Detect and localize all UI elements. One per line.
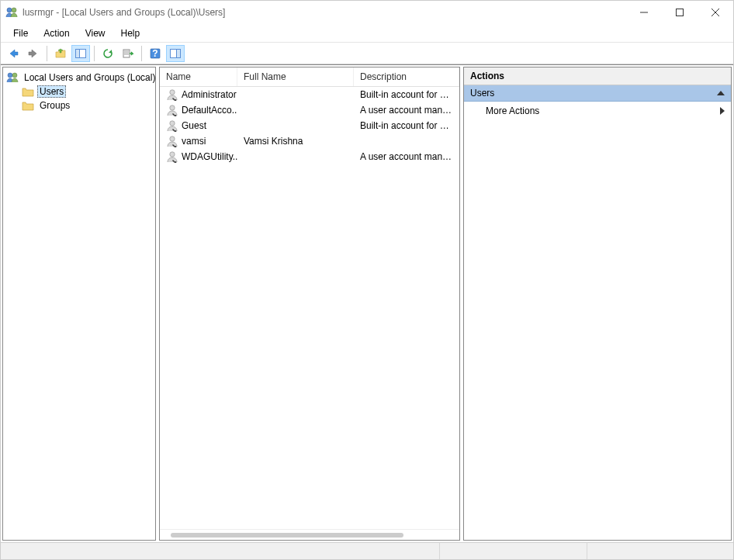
user-icon [166,88,178,101]
user-row[interactable]: WDAGUtility...A user account managed and… [160,149,459,164]
show-hide-action-pane-button[interactable] [166,45,185,62]
actions-section-label: Users [470,88,494,99]
column-header-fullname[interactable]: Full Name [237,67,354,86]
list-body: AdministratorBuilt-in account for admini… [160,87,459,529]
horizontal-scrollbar[interactable] [160,529,459,540]
svg-point-1 [12,8,16,12]
user-description [354,140,459,142]
actions-more-label: More Actions [486,105,539,116]
user-row[interactable]: GuestBuilt-in account for guest access t… [160,118,459,133]
actions-header: Actions [464,67,731,85]
show-hide-tree-button[interactable] [71,45,90,62]
user-name: vamsi [182,136,206,147]
folder-icon [22,86,34,97]
snapin-icon [6,71,19,84]
user-icon [166,104,178,116]
user-icon [166,119,178,132]
menu-view[interactable]: View [78,26,113,41]
user-row[interactable]: AdministratorBuilt-in account for admini… [160,87,459,102]
user-name: Guest [182,120,206,131]
user-name: WDAGUtility... [182,151,237,162]
user-fullname [237,156,354,157]
submenu-arrow-icon [720,107,725,115]
user-description: Built-in account for administering the c… [354,88,459,101]
actions-pane: Actions Users More Actions [463,67,732,541]
status-bar [1,542,733,559]
menu-action[interactable]: Action [36,26,77,41]
tree-node-users[interactable]: Users [20,85,154,99]
console-tree[interactable]: Local Users and Groups (Local) Users Gro… [3,67,155,116]
svg-point-13 [175,99,176,101]
toolbar-separator [47,46,47,61]
user-fullname [237,125,354,126]
main-content: Local Users and Groups (Local) Users Gro… [1,64,733,542]
svg-point-11 [12,73,17,78]
toolbar: ? [1,43,733,64]
toolbar-separator [141,46,142,61]
svg-point-20 [170,152,175,157]
tree-pane: Local Users and Groups (Local) Users Gro… [2,67,156,541]
svg-point-15 [175,115,176,116]
toolbar-separator [94,46,95,61]
refresh-button[interactable] [99,45,117,62]
help-button[interactable]: ? [146,45,164,62]
window-title: lusrmgr - [Local Users and Groups (Local… [23,7,626,18]
tree-node-groups[interactable]: Groups [20,99,154,112]
app-icon [5,6,18,19]
user-row[interactable]: DefaultAcco...A user account managed by … [160,102,459,118]
folder-icon [22,100,34,111]
svg-point-10 [8,73,12,78]
menu-help[interactable]: Help [113,26,148,41]
tree-groups-label: Groups [37,99,72,112]
export-list-button[interactable] [119,45,137,62]
minimize-button[interactable] [626,1,662,24]
column-header-description[interactable]: Description [354,67,459,86]
svg-rect-9 [177,49,181,57]
title-bar: lusrmgr - [Local Users and Groups (Local… [1,1,733,24]
svg-point-12 [170,90,175,95]
status-cell [1,543,439,559]
window-controls [626,1,733,24]
list-header: Name Full Name Description [160,67,459,87]
actions-section-users[interactable]: Users [464,85,731,102]
svg-point-14 [170,105,175,110]
status-cell [439,543,586,559]
svg-rect-4 [76,49,80,57]
svg-point-16 [170,121,175,126]
status-cell [587,543,733,559]
collapse-icon [717,91,725,95]
menu-file[interactable]: File [5,26,36,41]
svg-point-18 [170,137,175,141]
column-header-name[interactable]: Name [160,67,237,86]
tree-root-label: Local Users and Groups (Local) [22,71,155,84]
svg-point-21 [175,161,176,163]
user-description: Built-in account for guest access to the… [354,119,459,132]
tree-root-node[interactable]: Local Users and Groups (Local) [5,71,154,85]
tree-users-label: Users [37,85,66,98]
forward-button[interactable] [24,45,43,62]
up-button[interactable] [51,45,70,62]
svg-point-17 [175,130,176,132]
back-button[interactable] [4,45,23,62]
user-description: A user account managed by the system. [354,104,459,116]
svg-rect-5 [123,50,130,57]
user-description: A user account managed and used by the s… [354,150,459,163]
user-fullname: Vamsi Krishna [237,135,354,147]
close-button[interactable] [698,1,733,24]
list-pane: Name Full Name Description Administrator… [159,67,460,541]
svg-point-0 [7,8,12,12]
user-icon [166,150,178,163]
actions-more-actions[interactable]: More Actions [464,102,731,120]
user-icon [166,135,178,147]
user-name: Administrator [182,89,237,100]
maximize-button[interactable] [662,1,698,24]
menu-bar: File Action View Help [1,24,733,43]
svg-rect-2 [677,9,684,16]
user-fullname [237,109,354,111]
svg-text:?: ? [152,48,158,59]
user-name: DefaultAcco... [182,105,237,116]
user-fullname [237,94,354,95]
svg-point-19 [175,146,176,147]
user-row[interactable]: vamsiVamsi Krishna [160,133,459,149]
